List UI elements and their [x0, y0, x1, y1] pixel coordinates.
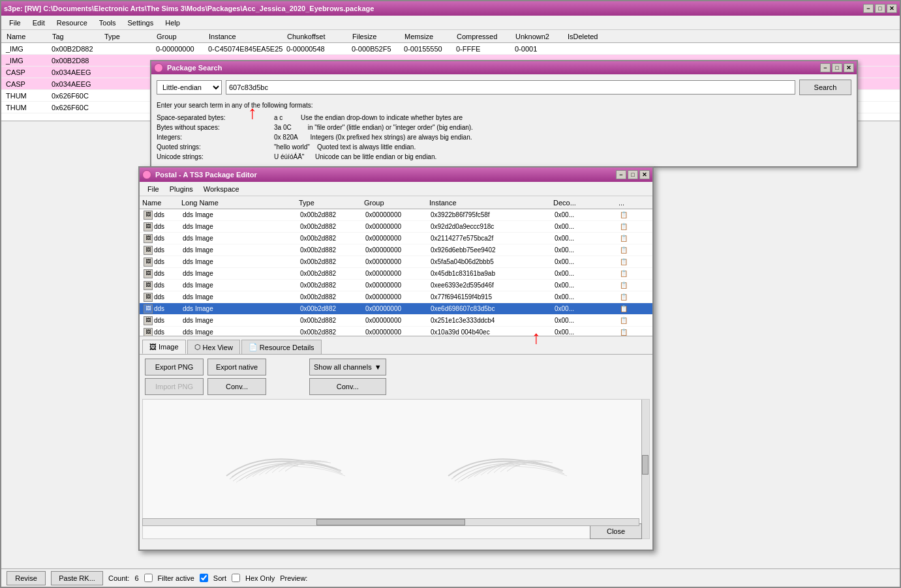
p-cell-group: 0x00000000: [364, 282, 429, 289]
p-cell-name: 🖼dds: [142, 293, 181, 302]
p-cell-deco: 0x00...: [553, 305, 618, 312]
filter-active-label: Filter active: [158, 574, 194, 582]
col-instance[interactable]: Instance: [206, 33, 284, 40]
postal-minimize[interactable]: −: [616, 170, 626, 179]
postal-row[interactable]: 🖼dds dds Image 0x00b2d882 0x00000000 0xe…: [140, 280, 652, 291]
menu-help[interactable]: Help: [160, 18, 185, 28]
search-button[interactable]: Search: [799, 80, 851, 95]
col-name[interactable]: Name: [4, 33, 50, 40]
postal-menu-workspace[interactable]: Workspace: [198, 184, 245, 194]
menu-edit[interactable]: Edit: [27, 18, 50, 28]
search-field[interactable]: [226, 80, 795, 95]
p-cell-more: 📋: [618, 235, 651, 242]
postal-table-area[interactable]: 🖼dds dds Image 0x00b2d882 0x00000000 0x3…: [140, 209, 652, 336]
postal-row[interactable]: 🖼dds dds Image 0x00b2d882 0x00000000 0x4…: [140, 268, 652, 280]
postal-row[interactable]: 🖼dds dds Image 0x00b2d882 0x00000000 0x9…: [140, 221, 652, 233]
scrollbar-thumb[interactable]: [642, 455, 649, 475]
hex-only-label: Hex Only: [245, 574, 275, 582]
p-cell-type: 0x00b2d882: [299, 246, 364, 254]
minimize-button[interactable]: −: [863, 4, 874, 13]
tab-hex-view[interactable]: ⬡ Hex View: [187, 340, 240, 354]
postal-col-group[interactable]: Group: [364, 199, 429, 207]
postal-close-btn[interactable]: ✕: [639, 170, 650, 179]
h-scrollbar-thumb[interactable]: [316, 519, 465, 525]
pkg-search-maximize[interactable]: □: [832, 63, 842, 72]
revise-button[interactable]: Revise: [7, 571, 46, 585]
cell-unk: 0-0001: [513, 45, 565, 53]
postal-row[interactable]: 🖼dds dds Image 0x00b2d882 0x00000000 0x1…: [140, 327, 652, 336]
pkg-search-close[interactable]: ✕: [844, 63, 854, 72]
endian-dropdown[interactable]: Little-endian Big-endian: [157, 80, 222, 95]
col-tag[interactable]: Tag: [50, 33, 102, 40]
p-cell-instance: 0x3922b86f795fc58f: [429, 211, 553, 218]
h-scrollbar[interactable]: [142, 518, 639, 526]
col-filesize[interactable]: Filesize: [350, 33, 402, 40]
row-img-icon: 🖼: [144, 293, 153, 302]
postal-col-more[interactable]: ...: [618, 199, 651, 207]
postal-col-type[interactable]: Type: [299, 199, 364, 207]
postal-col-deco[interactable]: Deco...: [553, 199, 618, 207]
col-unknown2[interactable]: Unknown2: [513, 33, 565, 40]
p-cell-group: 0x00000000: [364, 211, 429, 218]
col-group[interactable]: Group: [154, 33, 206, 40]
help-label-2: Bytes without spaces:: [157, 123, 274, 132]
tab-image[interactable]: 🖼 Image: [142, 340, 186, 354]
maximize-button[interactable]: □: [875, 4, 885, 13]
postal-col-instance[interactable]: Instance: [429, 199, 553, 207]
menu-resource[interactable]: Resource: [52, 18, 93, 28]
help-val-3: 0x 820A Integers (0x prefixed hex string…: [274, 132, 851, 142]
show-all-channels-dropdown[interactable]: Show all channels ▼: [309, 359, 386, 375]
pkg-search-title-bar: Package Search − □ ✕: [151, 61, 857, 74]
row-img-icon: 🖼: [144, 316, 153, 325]
postal-title-buttons: − □ ✕: [616, 170, 650, 179]
postal-col-name[interactable]: Name: [142, 199, 181, 207]
p-cell-more: 📋: [618, 270, 651, 277]
sort-checkbox[interactable]: [200, 574, 208, 582]
paste-rk-button[interactable]: Paste RK...: [51, 571, 103, 585]
p-cell-name: 🖼dds: [142, 316, 181, 325]
p-cell-group: 0x00000000: [364, 270, 429, 277]
postal-row[interactable]: 🖼dds dds Image 0x00b2d882 0x00000000 0x2…: [140, 233, 652, 244]
p-cell-name: 🖼dds: [142, 246, 181, 255]
pkg-search-minimize[interactable]: −: [820, 63, 831, 72]
col-chunkoffset[interactable]: Chunkoffset: [284, 33, 350, 40]
menu-settings[interactable]: Settings: [122, 18, 159, 28]
col-type[interactable]: Type: [102, 33, 154, 40]
postal-menu-plugins[interactable]: Plugins: [164, 184, 198, 194]
p-cell-group: 0x00000000: [364, 246, 429, 254]
postal-row[interactable]: 🖼dds dds Image 0x00b2d882 0x00000000 0x5…: [140, 256, 652, 268]
postal-menu-file[interactable]: File: [142, 184, 164, 194]
postal-maximize[interactable]: □: [628, 170, 638, 179]
postal-col-long-name[interactable]: Long Name: [181, 199, 299, 207]
table-row[interactable]: _IMG 0x00B2D882 0-00000000 0-C45074E845E…: [1, 43, 900, 55]
p-cell-more: 📋: [618, 223, 651, 230]
menu-file[interactable]: File: [4, 18, 26, 28]
filter-active-checkbox[interactable]: [144, 574, 153, 582]
export-png-button[interactable]: Export PNG: [145, 359, 204, 375]
postal-title-bar: Postal - A TS3 Package Editor − □ ✕: [140, 168, 652, 182]
close-button[interactable]: ✕: [887, 4, 897, 13]
col-memsize[interactable]: Memsize: [402, 33, 454, 40]
export-native-button[interactable]: Export native: [207, 359, 266, 375]
import-png-button[interactable]: Import PNG: [145, 378, 204, 395]
postal-row[interactable]: 🖼dds dds Image 0x00b2d882 0x00000000 0x2…: [140, 315, 652, 327]
main-title-bar: s3pe: [RW] C:\Documents\Electronic Arts\…: [1, 1, 900, 16]
main-menu-bar: File Edit Resource Tools Settings Help: [1, 16, 900, 30]
p-cell-type: 0x00b2d882: [299, 211, 364, 218]
hex-only-checkbox[interactable]: [232, 574, 240, 582]
col-compressed[interactable]: Compressed: [454, 33, 513, 40]
tab-resource-details[interactable]: 📄 Resource Details: [241, 340, 322, 354]
postal-row[interactable]: 🖼dds dds Image 0x00b2d882 0x00000000 0x7…: [140, 291, 652, 303]
cell-name: _IMG: [4, 57, 50, 65]
tab-image-label: Image: [159, 343, 179, 351]
convert-button[interactable]: Conv...: [207, 378, 266, 395]
preview-scrollbar[interactable]: [641, 400, 649, 538]
postal-row-selected[interactable]: 🖼dds dds Image 0x00b2d882 0x00000000 0xe…: [140, 303, 652, 315]
postal-row[interactable]: 🖼dds dds Image 0x00b2d882 0x00000000 0x3…: [140, 209, 652, 221]
search-dialog-icon: [154, 63, 163, 72]
col-isdeleted[interactable]: IsDeleted: [565, 33, 611, 40]
menu-tools[interactable]: Tools: [94, 18, 121, 28]
p-cell-deco: 0x00...: [553, 282, 618, 289]
conv-button[interactable]: Conv...: [309, 378, 386, 395]
postal-row[interactable]: 🖼dds dds Image 0x00b2d882 0x00000000 0x9…: [140, 244, 652, 256]
